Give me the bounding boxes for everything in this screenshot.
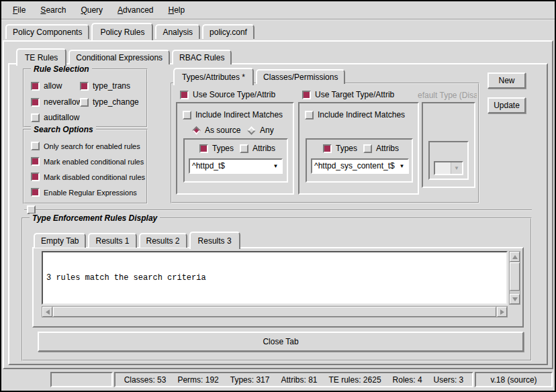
checkbox-only-enabled-label: Only search for enabled rules [44, 142, 140, 150]
checkbox-mark-disabled[interactable]: Mark disabled conditional rules [31, 173, 145, 181]
checkbox-use-target[interactable]: Use Target Type/Attrib [302, 90, 394, 99]
status-stats-box: Classes: 53 Perms: 192 Types: 317 Attrib… [114, 372, 473, 387]
results-textbox[interactable]: 3 rules match the search criteria (5822)… [42, 251, 508, 305]
checkbox-target-indirect[interactable]: Include Indirect Matches [305, 110, 405, 119]
tab-conditional-expressions[interactable]: Conditional Expressions [68, 50, 170, 64]
tab-policy-rules[interactable]: Policy Rules [91, 23, 153, 40]
checkbox-mark-enabled-indicator [31, 157, 40, 166]
scroll-up-arrow-icon[interactable] [510, 252, 520, 262]
vertical-scroll-thumb[interactable] [510, 262, 520, 291]
main-tab-bar: Policy Components Policy Rules Analysis … [5, 23, 257, 39]
menu-query[interactable]: Query [73, 3, 110, 17]
scroll-right-arrow-icon[interactable] [497, 307, 507, 317]
radio-any-label: Any [260, 126, 274, 135]
menu-search[interactable]: Search [33, 3, 73, 17]
source-type-input[interactable]: ^httpd_t$ [190, 160, 270, 173]
results-vertical-scrollbar[interactable] [509, 251, 520, 305]
tab-analysis[interactable]: Analysis [155, 24, 200, 39]
checkbox-neverallow-indicator [31, 98, 40, 107]
radio-any-indicator [247, 126, 256, 135]
checkbox-regex[interactable]: Enable Regular Expressions [31, 188, 137, 197]
status-message-box [50, 372, 113, 387]
target-frame: Include Indirect Matches Types Attribs ^… [298, 102, 419, 195]
new-button[interactable]: New [488, 72, 526, 89]
checkbox-neverallow[interactable]: neverallow [31, 97, 82, 107]
checkbox-type-change[interactable]: type_change [80, 97, 139, 107]
checkbox-use-source-indicator [180, 91, 189, 99]
tab-empty[interactable]: Empty Tab [34, 233, 86, 248]
checkbox-target-types-label: Types [336, 144, 357, 153]
checkbox-target-indirect-indicator [305, 111, 314, 119]
tab-results-3[interactable]: Results 3 [189, 232, 240, 249]
tab-policy-components[interactable]: Policy Components [5, 24, 89, 39]
rule-selection-title: Rule Selection [31, 64, 92, 74]
checkbox-mark-disabled-indicator [31, 173, 40, 181]
default-type-label: efault Type (Disa [418, 91, 477, 100]
checkbox-use-target-label: Use Target Type/Attrib [315, 90, 394, 99]
source-type-dropdown-arrow-icon[interactable]: ▼ [270, 160, 281, 173]
checkbox-allow[interactable]: allow [31, 81, 62, 91]
tab-te-rules[interactable]: TE Rules [16, 48, 66, 66]
scroll-down-arrow-icon[interactable] [510, 294, 520, 304]
update-button[interactable]: Update [488, 97, 526, 113]
stat-classes: Classes: 53 [124, 375, 167, 385]
menu-file[interactable]: File [5, 3, 33, 17]
checkbox-source-types[interactable]: Types [199, 144, 234, 153]
stat-attribs: Attribs: 81 [281, 375, 317, 385]
tab-classes-permissions[interactable]: Classes/Permissions [256, 69, 345, 84]
apol-window: File Search Query Advanced Help Policy C… [0, 0, 556, 392]
results-horizontal-scrollbar[interactable] [42, 306, 508, 317]
radio-as-source[interactable]: As source [192, 126, 240, 135]
stat-roles: Roles: 4 [393, 375, 422, 385]
target-type-input[interactable]: ^httpd_sys_content_t$ [312, 160, 396, 173]
checkbox-target-indirect-label: Include Indirect Matches [318, 110, 405, 119]
default-type-input [435, 162, 451, 174]
menu-bar: File Search Query Advanced Help [1, 1, 555, 20]
policy-version: v.18 (source) [490, 375, 537, 385]
checkbox-only-enabled[interactable]: Only search for enabled rules [31, 142, 140, 150]
search-options-title: Search Options [31, 125, 96, 134]
target-types-frame: Types Attribs ^httpd_sys_content_t$ ▼ [306, 138, 413, 183]
horizontal-scroll-thumb[interactable] [53, 307, 496, 317]
checkbox-type-trans[interactable]: type_trans [80, 81, 130, 91]
checkbox-source-indirect[interactable]: Include Indirect Matches [183, 110, 283, 119]
default-type-frame: ▼ [422, 102, 475, 188]
default-type-combobox: ▼ [434, 161, 463, 175]
checkbox-mark-enabled[interactable]: Mark enabled conditional rules [31, 157, 144, 166]
tab-results-2[interactable]: Results 2 [139, 233, 187, 248]
checkbox-source-attribs[interactable]: Attribs [240, 144, 275, 153]
target-type-combobox: ^httpd_sys_content_t$ ▼ [311, 158, 409, 174]
horizontal-sash [24, 209, 532, 211]
scroll-left-arrow-icon[interactable] [42, 307, 52, 317]
checkbox-target-attribs-indicator [363, 144, 372, 153]
checkbox-target-attribs-label: Attribs [376, 144, 399, 153]
checkbox-use-source[interactable]: Use Source Type/Attrib [180, 90, 275, 99]
tab-results-1[interactable]: Results 1 [88, 233, 136, 248]
target-type-dropdown-arrow-icon[interactable]: ▼ [396, 160, 408, 173]
radio-any[interactable]: Any [247, 126, 274, 135]
policy-stats: Classes: 53 Perms: 192 Types: 317 Attrib… [124, 375, 464, 385]
tab-policy-conf[interactable]: policy.conf [202, 24, 254, 39]
menu-advanced[interactable]: Advanced [110, 3, 160, 17]
close-tab-button[interactable]: Close Tab [38, 332, 524, 352]
checkbox-regex-indicator [31, 188, 40, 197]
checkbox-source-attribs-label: Attribs [252, 144, 275, 153]
ta-tab-bar: Types/Attributes * Classes/Permissions [173, 68, 347, 84]
checkbox-type-change-label: type_change [93, 97, 139, 107]
stat-users: Users: 3 [434, 375, 464, 385]
checkbox-allow-label: allow [44, 81, 62, 91]
te-rules-display-title: Type Enforcement Rules Display [30, 213, 160, 223]
checkbox-source-indirect-indicator [183, 111, 191, 119]
checkbox-target-attribs[interactable]: Attribs [363, 144, 399, 153]
checkbox-target-types[interactable]: Types [323, 144, 357, 153]
checkbox-auditallow[interactable]: auditallow [31, 113, 79, 122]
checkbox-auditallow-label: auditallow [44, 113, 79, 122]
rule-selection-group: Rule Selection allow type_trans neverall… [23, 68, 148, 128]
default-type-inner-frame: ▼ [428, 141, 469, 180]
tab-rbac-rules[interactable]: RBAC Rules [172, 50, 232, 64]
checkbox-allow-indicator [31, 82, 40, 91]
menu-help[interactable]: Help [160, 3, 192, 17]
rule-tab-bar: TE Rules Conditional Expressions RBAC Ru… [16, 48, 234, 64]
tab-types-attributes[interactable]: Types/Attributes * [173, 68, 254, 85]
checkbox-type-trans-label: type_trans [93, 81, 130, 91]
